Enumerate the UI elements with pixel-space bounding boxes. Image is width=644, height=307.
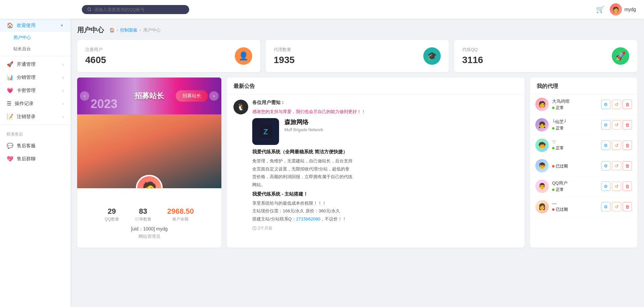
proxy-status-3: 已过期 (552, 163, 598, 169)
sidebar-item-site-backend[interactable]: 站长后台 (13, 43, 70, 55)
sidebar-welcome-label: 欢迎使用 (17, 22, 36, 29)
stat-info-users: 注册用户 4605 (85, 47, 106, 65)
proxy-delete-btn-3[interactable]: 🗑 (623, 161, 632, 170)
search-bar[interactable] (82, 5, 189, 14)
sidebar-item-reseller-mgmt[interactable]: 📊 分销管理 › (0, 71, 70, 84)
stat-icon-qq: 🚀 (612, 47, 629, 65)
status-dot-2 (552, 147, 554, 149)
proxy-refresh-btn-5[interactable]: ↺ (612, 202, 621, 211)
proxy-refresh-btn-3[interactable]: ↺ (612, 161, 621, 170)
chevron-right-icon-4: › (62, 102, 64, 106)
sidebar: 🏠 欢迎使用 ▼ 用户中心 站长后台 🚀 开通管理 › 📊 分销管理 › (0, 19, 70, 307)
banner-card: ‹ 2023 招募站长 招募站长 › (77, 78, 221, 114)
proxy-actions-0: ⚙ ↺ 🗑 (601, 100, 632, 109)
ann-site-text: 森旅网络 Muff Brigade Network (284, 118, 323, 132)
ann-content: 各位用户需知： 感谢您的支持与厚爱，我们也会尽自己的能力做到更好！！ Z (252, 100, 518, 231)
proxy-avatar-img-3: 👦 (535, 159, 549, 172)
profile-stat-balance-value: 2968.50 (167, 207, 194, 216)
proxy-refresh-btn-2[interactable]: ↺ (612, 141, 621, 150)
ann-avatar: 🐧 (233, 100, 248, 114)
profile-stats: 29 QQ数量 83 订单数量 2968.50 账户余额 (98, 207, 201, 222)
proxy-status-1: 正常 (552, 125, 598, 131)
sidebar-item-card-mgmt[interactable]: 💗 卡密管理 › (0, 84, 70, 97)
proxy-actions-2: ⚙ ↺ 🗑 (601, 141, 632, 150)
stat-card-proxy-qq: 代练QQ 3116 🚀 (454, 40, 637, 72)
proxy-avatar-4: 👨 (535, 180, 549, 193)
svg-point-0 (88, 8, 91, 11)
svg-line-1 (90, 10, 91, 11)
banner-year: 2023 (91, 97, 117, 111)
proxy-settings-btn-5[interactable]: ⚙ (601, 202, 610, 211)
search-input[interactable] (94, 7, 184, 12)
ann-system-body-2: 享受系统给与的最低成本价权限！！！ (252, 199, 518, 207)
proxy-delete-btn-4[interactable]: 🗑 (623, 182, 632, 191)
search-icon (87, 7, 92, 12)
proxy-delete-btn-1[interactable]: 🗑 (623, 120, 632, 130)
sidebar-item-open-mgmt[interactable]: 🚀 开通管理 › (0, 58, 70, 71)
proxy-info-1: └仙芝┘ 正常 (552, 119, 598, 131)
proxy-settings-btn-4[interactable]: ⚙ (601, 182, 610, 191)
breadcrumb-control-panel[interactable]: 控制面板 (120, 27, 138, 33)
proxy-item-2: 🧒 ♡ 正常 ⚙ ↺ 🗑 (530, 135, 637, 156)
stat-icon-users: 👤 (235, 47, 252, 65)
rocket-icon: 🚀 (7, 61, 13, 67)
ann-system-title-1: 我爱代练系统（全网最稳系统 简洁方便快捷） (252, 149, 518, 155)
proxy-delete-btn-5[interactable]: 🗑 (623, 202, 632, 211)
page-header: 用户中心 🏠 › 控制面板 › 用户中心 (77, 25, 637, 35)
proxy-settings-btn-3[interactable]: ⚙ (601, 161, 610, 170)
sidebar-item-operation-log[interactable]: ☰ 操作记录 › (0, 97, 70, 110)
proxy-item-5: 👩 — 已过期 ⚙ ↺ 🗑 (530, 197, 637, 217)
proxy-refresh-btn-0[interactable]: ↺ (612, 100, 621, 109)
proxy-avatar-img-4: 👨 (535, 180, 549, 193)
profile-stat-balance-label: 账户余额 (167, 216, 194, 222)
profile-stat-balance: 2968.50 账户余额 (167, 207, 194, 222)
ann-contact-info: 搭建主站/分站联系Q：2715662080，不议价！！ (252, 215, 518, 223)
ann-highlight-span: 感谢您的支持与厚爱，我们也会尽自己的能力做到更好！！ (252, 109, 366, 114)
stat-label-users: 注册用户 (85, 47, 106, 53)
sidebar-item-login-register[interactable]: 📝 注销登录 › (0, 110, 70, 123)
proxy-name-5: — (552, 201, 598, 206)
proxy-refresh-btn-4[interactable]: ↺ (612, 182, 621, 191)
banner-title: 招募站长 (135, 91, 164, 101)
proxy-name-4: QQ用户 (552, 180, 598, 186)
proxy-avatar-img-1: 👧 (535, 118, 549, 132)
stat-value-qq: 3116 (462, 55, 483, 65)
proxy-avatar-img-2: 🧒 (535, 139, 549, 152)
proxy-refresh-btn-1[interactable]: ↺ (612, 120, 621, 130)
proxy-settings-btn-1[interactable]: ⚙ (601, 120, 610, 130)
user-avatar-menu[interactable]: 🧑 mydg (610, 3, 636, 15)
proxy-item-4: 👨 QQ用户 正常 ⚙ ↺ 🗑 (530, 176, 637, 197)
sidebar-item-after-sale-group[interactable]: 💖 售后群聊 (0, 152, 70, 165)
banner-next-button[interactable]: › (209, 91, 219, 101)
proxy-avatar-3: 👦 (535, 159, 549, 172)
stat-label-proxy: 代理数量 (274, 47, 294, 53)
stat-info-qq: 代练QQ 3116 (462, 47, 483, 65)
status-label-1: 正常 (556, 125, 564, 131)
chevron-right-icon-3: › (62, 89, 64, 93)
sidebar-logout-label: 注销登录 (17, 114, 36, 120)
stat-info-proxy: 代理数量 1935 (274, 47, 294, 65)
proxy-delete-btn-0[interactable]: 🗑 (623, 100, 632, 109)
overlay-logo-box: Z 森旅网络 Muff Brigade Network (252, 118, 518, 145)
support-section-title: 联系售后 (0, 126, 70, 139)
status-dot-0 (552, 107, 554, 109)
sidebar-item-after-sale-service[interactable]: 💬 售后客服 (0, 139, 70, 152)
banner-prev-button[interactable]: ‹ (80, 91, 89, 101)
ann-highlight-text: 感谢您的支持与厚爱，我们也会尽自己的能力做到更好！！ (252, 108, 518, 115)
banner-recruit-button[interactable]: 招募站长 (176, 90, 208, 102)
proxy-name-0: 大鸟鸡馆 (552, 98, 598, 104)
proxy-info-5: — 已过期 (552, 201, 598, 212)
proxy-status-4: 正常 (552, 187, 598, 193)
status-label-5: 已过期 (556, 207, 568, 212)
cart-icon[interactable]: 🛒 (596, 5, 604, 13)
sidebar-item-user-center[interactable]: 用户中心 (13, 32, 70, 43)
proxy-settings-btn-2[interactable]: ⚙ (601, 141, 610, 150)
announcement-item: 🐧 各位用户需知： 感谢您的支持与厚爱，我们也会尽自己的能力做到更好！！ (233, 100, 518, 231)
ann-notice-title: 各位用户需知： (252, 100, 518, 106)
proxy-avatar-1: 👧 (535, 118, 549, 132)
announcement-title: 最新公告 (227, 78, 525, 94)
proxy-delete-btn-2[interactable]: 🗑 (623, 141, 632, 150)
proxy-settings-btn-0[interactable]: ⚙ (601, 100, 610, 109)
sidebar-item-welcome[interactable]: 🏠 欢迎使用 ▼ (0, 19, 70, 32)
proxy-status-2: 正常 (552, 145, 598, 151)
